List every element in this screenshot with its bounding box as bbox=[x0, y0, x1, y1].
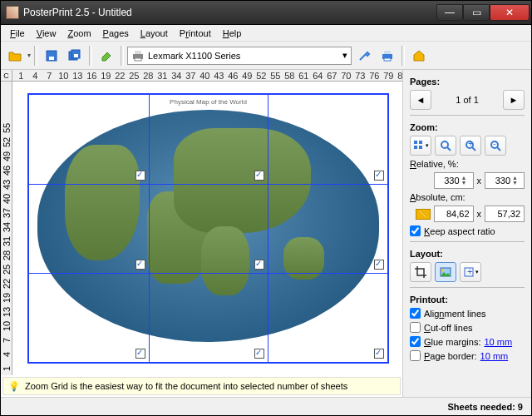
svg-rect-9 bbox=[384, 51, 391, 54]
hint-bar: 💡 Zoom Grid is the easiest way to fit th… bbox=[2, 377, 401, 395]
glue-checkbox[interactable] bbox=[410, 336, 421, 347]
ruler-icon: 📏 bbox=[416, 209, 431, 220]
border-checkbox[interactable] bbox=[410, 350, 421, 361]
home-button[interactable] bbox=[408, 45, 430, 67]
svg-rect-12 bbox=[419, 141, 422, 144]
tile-checkbox[interactable] bbox=[374, 171, 384, 181]
svg-text:-: - bbox=[493, 139, 496, 148]
save-all-button[interactable] bbox=[64, 45, 86, 67]
alignment-checkbox[interactable] bbox=[410, 308, 421, 319]
close-button[interactable]: ✕ bbox=[490, 4, 530, 21]
pages-label: Pages: bbox=[410, 77, 525, 87]
canvas[interactable]: Physical Map of the World bbox=[12, 82, 402, 375]
print-button[interactable] bbox=[377, 45, 398, 67]
tile-checkbox[interactable] bbox=[254, 171, 264, 181]
svg-rect-1 bbox=[49, 57, 54, 60]
app-icon bbox=[6, 6, 19, 19]
crop-button[interactable] bbox=[410, 262, 431, 282]
erase-button[interactable] bbox=[96, 45, 117, 67]
glue-value-link[interactable]: 10 mm bbox=[484, 337, 512, 347]
menu-printout[interactable]: Printout bbox=[174, 27, 217, 40]
printer-icon bbox=[131, 49, 145, 62]
ruler-horizontal: 1471013161922252831343740434649525558616… bbox=[12, 70, 402, 82]
menu-pages[interactable]: Pages bbox=[97, 27, 135, 40]
next-page-button[interactable]: ► bbox=[503, 90, 525, 110]
sheets-needed: Sheets needed: 9 bbox=[448, 402, 523, 412]
zoom-out-button[interactable]: - bbox=[485, 136, 506, 156]
prev-page-button[interactable]: ◄ bbox=[410, 90, 431, 110]
pages-value: 1 of 1 bbox=[435, 95, 500, 105]
map-title: Physical Map of the World bbox=[29, 98, 387, 106]
open-button[interactable] bbox=[4, 45, 26, 67]
hint-text: Zoom Grid is the easiest way to fit the … bbox=[25, 381, 347, 391]
tile-checkbox[interactable] bbox=[254, 260, 264, 270]
printer-name: Lexmark X1100 Series bbox=[148, 51, 240, 61]
menu-help[interactable]: Help bbox=[217, 27, 248, 40]
tile-checkbox[interactable] bbox=[135, 349, 145, 359]
svg-rect-10 bbox=[384, 58, 391, 61]
layout-label: Layout: bbox=[410, 249, 525, 259]
svg-rect-13 bbox=[414, 146, 417, 149]
svg-rect-14 bbox=[419, 146, 422, 149]
zoom-fit-button[interactable] bbox=[435, 136, 456, 156]
align-button[interactable]: +▾ bbox=[460, 262, 481, 282]
tile-checkbox[interactable] bbox=[135, 260, 145, 270]
svg-rect-4 bbox=[74, 54, 78, 57]
tile-checkbox[interactable] bbox=[374, 260, 384, 270]
absolute-x-input[interactable]: 84,62 bbox=[434, 206, 474, 222]
image-layout-button[interactable] bbox=[435, 262, 456, 282]
printout-label: Printout: bbox=[410, 295, 525, 305]
statusbar: Sheets needed: 9 bbox=[1, 397, 531, 415]
svg-rect-7 bbox=[135, 58, 141, 61]
minimize-button[interactable]: — bbox=[436, 4, 463, 21]
menu-file[interactable]: File bbox=[4, 27, 31, 40]
tile-checkbox[interactable] bbox=[374, 349, 384, 359]
world-map-image bbox=[37, 110, 379, 342]
tile-checkbox[interactable] bbox=[254, 349, 264, 359]
menubar: File View Zoom Pages Layout Printout Hel… bbox=[1, 25, 531, 42]
titlebar: PosterPrint 2.5 - Untitled — ▭ ✕ bbox=[1, 1, 531, 25]
toolbar: ▾ Lexmark X1100 Series ▾ bbox=[1, 42, 531, 70]
svg-line-21 bbox=[497, 147, 500, 151]
svg-line-16 bbox=[447, 147, 451, 151]
ruler-corner: C bbox=[1, 70, 12, 82]
menu-zoom[interactable]: Zoom bbox=[62, 27, 96, 40]
absolute-y-input[interactable]: 57,32 bbox=[485, 206, 525, 222]
zoom-grid-button[interactable]: ▾ bbox=[410, 136, 431, 156]
menu-layout[interactable]: Layout bbox=[135, 27, 174, 40]
poster-preview: Physical Map of the World bbox=[27, 93, 389, 364]
svg-point-24 bbox=[442, 270, 445, 272]
svg-text:+: + bbox=[467, 266, 472, 276]
ruler-vertical: 147101319222528313437404346495255 bbox=[1, 82, 12, 375]
side-panel: Pages: ◄ 1 of 1 ► Zoom: ▾ + - Relative, … bbox=[402, 70, 531, 397]
relative-y-input[interactable]: 330▲▼ bbox=[485, 172, 525, 189]
save-button[interactable] bbox=[41, 45, 62, 67]
printer-select[interactable]: Lexmark X1100 Series ▾ bbox=[127, 47, 352, 65]
window-title: PosterPrint 2.5 - Untitled bbox=[23, 7, 436, 18]
zoom-in-button[interactable]: + bbox=[460, 136, 481, 156]
menu-view[interactable]: View bbox=[31, 27, 62, 40]
svg-rect-6 bbox=[135, 51, 141, 54]
relative-x-input[interactable]: 330▲▼ bbox=[434, 172, 474, 189]
absolute-label: Absolute, cm: bbox=[410, 192, 525, 202]
maximize-button[interactable]: ▭ bbox=[463, 4, 490, 21]
border-value-link[interactable]: 10 mm bbox=[480, 351, 509, 361]
keep-aspect-checkbox[interactable] bbox=[410, 225, 421, 236]
relative-label: Relative, %: bbox=[410, 159, 525, 169]
cutoff-checkbox[interactable] bbox=[410, 322, 421, 333]
zoom-label: Zoom: bbox=[410, 122, 525, 132]
chevron-down-icon: ▾ bbox=[342, 50, 347, 61]
svg-rect-11 bbox=[414, 141, 417, 144]
bulb-icon: 💡 bbox=[8, 381, 20, 392]
tile-checkbox[interactable] bbox=[135, 171, 145, 181]
svg-point-15 bbox=[441, 141, 448, 148]
settings-button[interactable] bbox=[353, 45, 375, 67]
svg-text:+: + bbox=[468, 139, 473, 148]
